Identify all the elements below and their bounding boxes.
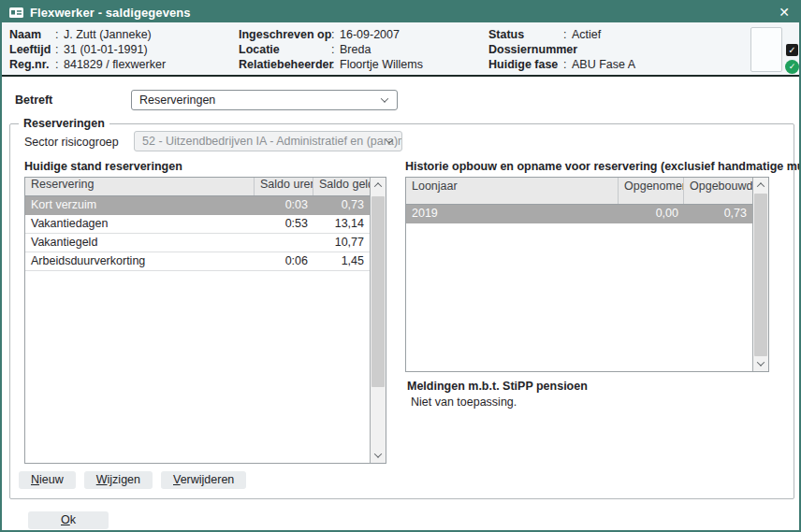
chevron-down-icon [381,94,388,102]
column-header-reservering: Reservering [25,178,255,195]
table-row-arbeidsduurverkorting[interactable]: Arbeidsduurverkorting 0:06 1,45 [25,252,370,271]
meldingen-title: Meldingen m.b.t. StiPP pensioen [407,380,588,393]
header-field-dossiernummer: Dossiernummer: [488,42,635,57]
reserveringen-table: Reservering Saldo uren Saldo geld Kort v… [24,177,386,464]
historie-table: Loonjaar Opgenomen Opgebouwd 2019 0,00 0… [405,177,769,372]
column-header-saldo-geld: Saldo geld [313,178,370,195]
header-column-registration: Ingeschreven op:16-09-2007 Locatie:Breda… [239,27,423,72]
column-header-loonjaar: Loonjaar [406,178,619,204]
header-field-relatiebeheerder: Relatiebeheerder:Floortje Willems [239,57,423,72]
column-header-opgenomen: Opgenomen [619,178,684,204]
left-table-caption: Huidige stand reserveringen [24,160,182,173]
reserveringen-table-content: Reservering Saldo uren Saldo geld Kort v… [25,178,370,463]
header-field-regnr: Reg.nr.:841829 / flexwerker [9,57,166,72]
close-icon[interactable]: ✕ [777,6,792,19]
window-title: Flexwerker - saldigegevens [30,6,777,20]
table-header-row: Reservering Saldo uren Saldo geld [25,178,370,196]
scroll-down-icon[interactable] [753,356,768,371]
column-header-opgebouwd: Opgebouwd [684,178,752,204]
betreft-label: Betreft [15,93,52,107]
photo-placeholder [750,27,782,72]
scroll-down-icon[interactable] [371,448,386,463]
header-checkbox[interactable]: ✓ [786,44,798,56]
reserveringen-groupbox: Reserveringen Sector risicogroep 52 - Ui… [9,123,794,499]
titlebar: Flexwerker - saldigegevens ✕ [2,2,799,22]
header-column-identity: Naam:J. Zutt (Janneke) Leeftijd:31 (01-0… [9,27,166,72]
flexwerker-saldigegevens-dialog: Flexwerker - saldigegevens ✕ Naam:J. Zut… [0,0,801,532]
table-actions: Nieuw Wijzigen Verwijderen [19,471,246,489]
header-field-status: Status:Actief [488,27,635,42]
scrollbar[interactable] [370,178,386,463]
scrollbar-thumb[interactable] [754,194,767,356]
betreft-dropdown[interactable]: Reserveringen [131,90,398,110]
historie-table-content: Loonjaar Opgenomen Opgebouwd 2019 0,00 0… [406,178,752,371]
scroll-up-icon[interactable] [371,178,386,193]
betreft-dropdown-value: Reserveringen [139,93,215,107]
status-ok-icon: ✓ [785,60,799,74]
meldingen-text: Niet van toepassing. [411,395,517,409]
table-row-2019[interactable]: 2019 0,00 0,73 [406,205,752,223]
header-field-huidige-fase: Huidige fase:ABU Fase A [488,57,635,72]
header-field-naam: Naam:J. Zutt (Janneke) [9,27,166,42]
header-field-leeftijd: Leeftijd:31 (01-01-1991) [9,42,166,57]
scrollbar[interactable] [752,178,768,371]
column-header-saldo-uren: Saldo uren [255,178,313,195]
wijzigen-button[interactable]: Wijzigen [84,471,153,489]
person-info-header: Naam:J. Zutt (Janneke) Leeftijd:31 (01-0… [2,22,799,77]
sector-risicogroep-label: Sector risicogroep [24,136,119,149]
sector-risicogroep-dropdown: 52 - Uitzendbedrijven IA - Administratie… [134,131,402,151]
scroll-up-icon[interactable] [753,178,768,193]
ok-button[interactable]: Ok [28,511,109,529]
table-header-row: Loonjaar Opgenomen Opgebouwd [406,178,752,205]
table-row-vakantiedagen[interactable]: Vakantiedagen 0:53 13,14 [25,215,370,234]
groupbox-legend: Reserveringen [19,116,109,131]
header-column-status: Status:Actief Dossiernummer: Huidige fas… [488,27,635,72]
contact-card-icon [9,7,23,18]
right-table-caption: Historie opbouw en opname voor reserveri… [405,160,801,173]
header-field-locatie: Locatie:Breda [239,42,423,57]
header-field-ingeschreven-op: Ingeschreven op:16-09-2007 [239,27,423,42]
table-row-vakantiegeld[interactable]: Vakantiegeld 10,77 [25,234,370,252]
nieuw-button[interactable]: Nieuw [19,471,76,489]
sector-risicogroep-value: 52 - Uitzendbedrijven IA - Administratie… [142,135,402,148]
scrollbar-thumb[interactable] [371,196,385,387]
verwijderen-button[interactable]: Verwijderen [161,471,246,489]
table-row-kort-verzuim[interactable]: Kort verzuim 0:03 0,73 [25,196,370,215]
